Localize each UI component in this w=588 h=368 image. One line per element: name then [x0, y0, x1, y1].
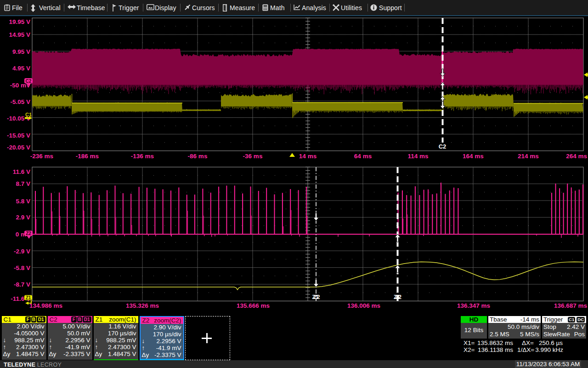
svg-text:134.986 ms: 134.986 ms [29, 302, 62, 309]
svg-text:-2.9 V: -2.9 V [14, 248, 30, 255]
svg-text:19.95 V: 19.95 V [9, 18, 30, 25]
svg-text:135.666 ms: 135.666 ms [237, 302, 270, 309]
svg-text:4.95 V: 4.95 V [12, 65, 30, 72]
svg-text:Z2: Z2 [395, 294, 401, 300]
svg-text:64 ms: 64 ms [354, 153, 372, 160]
svg-text:-8.7 V: -8.7 V [14, 281, 30, 288]
svg-text:11.6 V: 11.6 V [13, 168, 30, 175]
svg-text:2.9 V: 2.9 V [16, 214, 30, 221]
svg-text:-136 ms: -136 ms [131, 153, 154, 160]
svg-text:C1: C1 [25, 112, 32, 117]
svg-text:5.8 V: 5.8 V [16, 198, 30, 205]
svg-text:Z2: Z2 [26, 231, 31, 236]
svg-text:Z2: Z2 [313, 294, 320, 300]
svg-text:9.95 V: 9.95 V [12, 48, 30, 55]
svg-text:-5.05 V: -5.05 V [10, 98, 30, 105]
svg-text:C2: C2 [26, 79, 32, 84]
svg-text:136.347 ms: 136.347 ms [457, 302, 490, 309]
svg-text:136.006 ms: 136.006 ms [347, 302, 380, 309]
svg-text:-236 ms: -236 ms [30, 153, 53, 160]
svg-text:214 ms: 214 ms [518, 153, 539, 160]
svg-text:-5.8 V: -5.8 V [14, 264, 30, 271]
svg-text:C2: C2 [439, 143, 447, 150]
svg-text:-20.05 V: -20.05 V [7, 144, 30, 151]
svg-text:164 ms: 164 ms [463, 153, 484, 160]
svg-text:-86 ms: -86 ms [188, 153, 208, 160]
svg-text:136.687 ms: 136.687 ms [554, 302, 587, 309]
svg-text:8.7 V: 8.7 V [16, 180, 30, 187]
svg-text:-186 ms: -186 ms [76, 153, 99, 160]
svg-text:-36 ms: -36 ms [243, 153, 263, 160]
svg-text:14.95 V: 14.95 V [9, 31, 30, 38]
svg-text:264 ms: 264 ms [566, 153, 587, 160]
svg-text:Z1: Z1 [26, 295, 31, 300]
svg-text:-15.05 V: -15.05 V [7, 132, 30, 139]
svg-text:114 ms: 114 ms [407, 153, 428, 160]
svg-text:135.326 ms: 135.326 ms [126, 302, 159, 309]
svg-text:14 ms: 14 ms [299, 153, 317, 160]
